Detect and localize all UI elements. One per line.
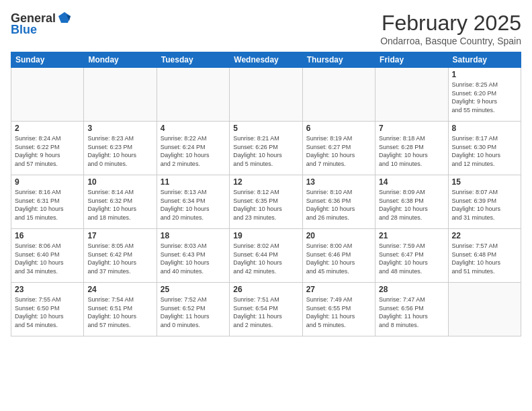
calendar-cell [84,68,157,122]
calendar-cell: 10Sunrise: 8:14 AMSunset: 6:32 PMDayligh… [84,175,157,229]
day-number: 7 [379,124,444,133]
day-info: Sunrise: 8:00 AMSunset: 6:46 PMDaylight:… [306,242,371,275]
day-number: 3 [87,124,152,133]
calendar-cell: 12Sunrise: 8:12 AMSunset: 6:35 PMDayligh… [230,175,302,229]
calendar-cell [302,68,375,122]
day-info: Sunrise: 7:47 AMSunset: 6:56 PMDaylight:… [379,295,444,329]
day-info: Sunrise: 7:49 AMSunset: 6:55 PMDaylight:… [306,295,371,329]
header-friday: Friday [375,52,448,68]
calendar-cell: 2Sunrise: 8:24 AMSunset: 6:22 PMDaylight… [11,122,84,175]
calendar-cell: 19Sunrise: 8:02 AMSunset: 6:44 PMDayligh… [230,229,302,283]
calendar-cell: 6Sunrise: 8:19 AMSunset: 6:27 PMDaylight… [302,122,375,175]
day-number: 11 [161,177,226,187]
day-info: Sunrise: 8:14 AMSunset: 6:32 PMDaylight:… [87,188,152,222]
day-info: Sunrise: 7:57 AMSunset: 6:48 PMDaylight:… [452,242,517,275]
day-info: Sunrise: 7:54 AMSunset: 6:51 PMDaylight:… [87,295,152,329]
day-info: Sunrise: 7:55 AMSunset: 6:50 PMDaylight:… [15,295,80,329]
day-number: 28 [379,285,444,294]
calendar-cell: 11Sunrise: 8:13 AMSunset: 6:34 PMDayligh… [157,175,229,229]
header-tuesday: Tuesday [157,52,229,68]
calendar-week-4: 23Sunrise: 7:55 AMSunset: 6:50 PMDayligh… [11,283,521,336]
logo: General Blue [11,11,72,37]
calendar-cell: 25Sunrise: 7:52 AMSunset: 6:52 PMDayligh… [157,283,229,336]
calendar-cell: 7Sunrise: 8:18 AMSunset: 6:28 PMDaylight… [375,122,448,175]
day-number: 5 [233,124,298,133]
day-number: 4 [161,124,226,133]
day-info: Sunrise: 8:24 AMSunset: 6:22 PMDaylight:… [15,134,80,168]
calendar-cell: 21Sunrise: 7:59 AMSunset: 6:47 PMDayligh… [375,229,448,283]
day-info: Sunrise: 8:09 AMSunset: 6:38 PMDaylight:… [379,188,444,222]
day-info: Sunrise: 7:59 AMSunset: 6:47 PMDaylight:… [379,242,444,275]
logo-icon [57,11,72,26]
day-number: 21 [379,231,444,240]
calendar-cell [157,68,229,122]
calendar-cell: 14Sunrise: 8:09 AMSunset: 6:38 PMDayligh… [375,175,448,229]
day-info: Sunrise: 8:19 AMSunset: 6:27 PMDaylight:… [306,134,371,168]
header-thursday: Thursday [302,52,375,68]
day-info: Sunrise: 8:10 AMSunset: 6:36 PMDaylight:… [306,188,371,222]
calendar-cell: 27Sunrise: 7:49 AMSunset: 6:55 PMDayligh… [302,283,375,336]
day-number: 8 [452,124,517,133]
day-number: 27 [306,285,371,294]
calendar-cell [448,283,521,336]
day-number: 18 [161,231,226,240]
calendar-week-2: 9Sunrise: 8:16 AMSunset: 6:31 PMDaylight… [11,175,521,229]
calendar: Sunday Monday Tuesday Wednesday Thursday… [11,52,521,336]
day-number: 1 [452,70,517,79]
calendar-cell [230,68,302,122]
day-info: Sunrise: 8:12 AMSunset: 6:35 PMDaylight:… [233,188,298,222]
calendar-cell: 15Sunrise: 8:07 AMSunset: 6:39 PMDayligh… [448,175,521,229]
day-number: 10 [87,177,152,187]
calendar-cell: 26Sunrise: 7:51 AMSunset: 6:54 PMDayligh… [230,283,302,336]
calendar-cell [375,68,448,122]
calendar-cell: 17Sunrise: 8:05 AMSunset: 6:42 PMDayligh… [84,229,157,283]
day-number: 20 [306,231,371,240]
day-info: Sunrise: 8:23 AMSunset: 6:23 PMDaylight:… [87,134,152,168]
day-number: 22 [452,231,517,240]
day-info: Sunrise: 8:21 AMSunset: 6:26 PMDaylight:… [233,134,298,168]
logo-blue-text: Blue [11,23,37,37]
calendar-cell: 20Sunrise: 8:00 AMSunset: 6:46 PMDayligh… [302,229,375,283]
location: Ondarroa, Basque Country, Spain [380,36,521,46]
day-number: 6 [306,124,371,133]
month-title: February 2025 [380,11,521,36]
calendar-cell: 18Sunrise: 8:03 AMSunset: 6:43 PMDayligh… [157,229,229,283]
day-info: Sunrise: 8:07 AMSunset: 6:39 PMDaylight:… [452,188,517,222]
day-number: 9 [15,177,80,187]
calendar-week-0: 1Sunrise: 8:25 AMSunset: 6:20 PMDaylight… [11,68,521,122]
day-info: Sunrise: 8:18 AMSunset: 6:28 PMDaylight:… [379,134,444,168]
calendar-cell: 13Sunrise: 8:10 AMSunset: 6:36 PMDayligh… [302,175,375,229]
calendar-cell: 24Sunrise: 7:54 AMSunset: 6:51 PMDayligh… [84,283,157,336]
header-saturday: Saturday [448,52,521,68]
day-info: Sunrise: 8:02 AMSunset: 6:44 PMDaylight:… [233,242,298,275]
header-monday: Monday [84,52,157,68]
day-number: 26 [233,285,298,294]
day-info: Sunrise: 8:16 AMSunset: 6:31 PMDaylight:… [15,188,80,222]
day-number: 23 [15,285,80,294]
calendar-week-1: 2Sunrise: 8:24 AMSunset: 6:22 PMDaylight… [11,122,521,175]
calendar-cell: 23Sunrise: 7:55 AMSunset: 6:50 PMDayligh… [11,283,84,336]
header-wednesday: Wednesday [230,52,302,68]
calendar-cell: 16Sunrise: 8:06 AMSunset: 6:40 PMDayligh… [11,229,84,283]
day-number: 14 [379,177,444,187]
day-info: Sunrise: 8:22 AMSunset: 6:24 PMDaylight:… [161,134,226,168]
day-number: 25 [161,285,226,294]
day-info: Sunrise: 8:05 AMSunset: 6:42 PMDaylight:… [87,242,152,275]
day-number: 2 [15,124,80,133]
calendar-cell: 1Sunrise: 8:25 AMSunset: 6:20 PMDaylight… [448,68,521,122]
calendar-cell: 5Sunrise: 8:21 AMSunset: 6:26 PMDaylight… [230,122,302,175]
day-number: 13 [306,177,371,187]
calendar-cell: 4Sunrise: 8:22 AMSunset: 6:24 PMDaylight… [157,122,229,175]
calendar-cell: 8Sunrise: 8:17 AMSunset: 6:30 PMDaylight… [448,122,521,175]
calendar-week-3: 16Sunrise: 8:06 AMSunset: 6:40 PMDayligh… [11,229,521,283]
day-number: 12 [233,177,298,187]
day-info: Sunrise: 7:51 AMSunset: 6:54 PMDaylight:… [233,295,298,329]
page: General Blue February 2025 Ondarroa, Bas… [0,0,532,411]
calendar-cell: 22Sunrise: 7:57 AMSunset: 6:48 PMDayligh… [448,229,521,283]
day-number: 19 [233,231,298,240]
weekday-header-row: Sunday Monday Tuesday Wednesday Thursday… [11,52,521,68]
calendar-cell: 9Sunrise: 8:16 AMSunset: 6:31 PMDaylight… [11,175,84,229]
title-block: February 2025 Ondarroa, Basque Country, … [380,11,521,46]
day-info: Sunrise: 8:13 AMSunset: 6:34 PMDaylight:… [161,188,226,222]
day-info: Sunrise: 8:03 AMSunset: 6:43 PMDaylight:… [161,242,226,275]
